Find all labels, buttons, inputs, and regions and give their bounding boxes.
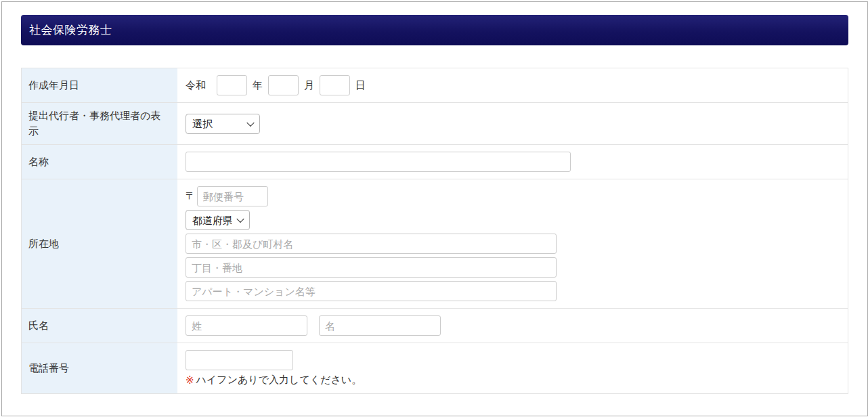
postal-code-line: 〒 [186, 186, 268, 206]
row-label-address: 所在地 [22, 179, 179, 308]
year-input[interactable] [217, 75, 247, 95]
address-row-content: 〒 都道府県 [179, 179, 848, 308]
page-title: 社会保険労務士 [29, 22, 112, 38]
postal-code-input[interactable] [197, 186, 268, 206]
phone-note-text: ハイフンありで入力してください。 [196, 374, 362, 387]
first-name-input[interactable] [319, 315, 441, 336]
page-title-bar: 社会保険労務士 [21, 15, 848, 45]
city-input[interactable] [186, 234, 557, 254]
row-label-phone: 電話番号 [22, 343, 179, 393]
month-unit-label: 月 [304, 79, 314, 92]
phone-row-content: ※ ハイフンありで入力してください。 [179, 343, 848, 393]
month-input[interactable] [268, 75, 299, 95]
agent-select[interactable]: 選択 [186, 114, 260, 134]
form-row-agent: 提出代行者・事務代理者の表示 選択 [22, 103, 848, 145]
year-unit-label: 年 [253, 79, 263, 92]
form-row-name: 名称 [22, 145, 848, 179]
row-label-agent: 提出代行者・事務代理者の表示 [22, 103, 179, 144]
day-input[interactable] [320, 75, 350, 95]
form-row-phone: 電話番号 ※ ハイフンありで入力してください。 [22, 343, 848, 393]
agent-row-content: 選択 [179, 103, 848, 144]
form-table: 作成年月日 令和 年 月 日 提出代行者・事務代理者の表示 選択 [21, 68, 848, 394]
building-input[interactable] [186, 281, 557, 301]
street-input[interactable] [186, 257, 557, 278]
row-label-fullname: 氏名 [22, 309, 179, 343]
prefecture-select[interactable]: 都道府県 [186, 210, 250, 230]
form-row-address: 所在地 〒 都道府県 [22, 179, 848, 309]
postal-mark-icon: 〒 [186, 190, 195, 202]
row-label-name: 名称 [22, 145, 179, 179]
name-row-content [179, 145, 848, 179]
fullname-row-content [179, 309, 848, 343]
form-row-fullname: 氏名 [22, 309, 848, 343]
form-page: 社会保険労務士 作成年月日 令和 年 月 日 提出代行者・事務代理者の表示 選択 [1, 1, 868, 416]
required-asterisk-icon: ※ [186, 374, 194, 387]
day-unit-label: 日 [355, 79, 366, 92]
last-name-input[interactable] [186, 315, 307, 336]
row-label-date: 作成年月日 [22, 68, 179, 102]
form-row-date: 作成年月日 令和 年 月 日 [22, 68, 848, 103]
date-row-content: 令和 年 月 日 [179, 68, 848, 102]
phone-number-input[interactable] [186, 350, 293, 370]
phone-note: ※ ハイフンありで入力してください。 [186, 374, 362, 387]
organization-name-input[interactable] [186, 152, 571, 172]
era-label: 令和 [186, 79, 206, 92]
